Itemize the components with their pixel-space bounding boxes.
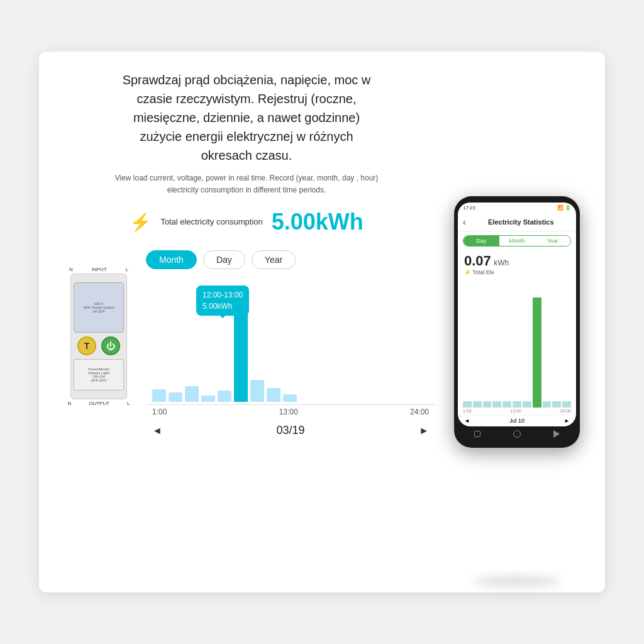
phone-value-area: 0.07 kWh ⚡ Total Ele bbox=[458, 250, 576, 278]
phone-bar-11 bbox=[562, 401, 571, 408]
phone-bar-3 bbox=[483, 401, 492, 408]
device-top-section: kW·hWiFi Smart Switch3A 30A bbox=[74, 282, 124, 333]
consumption-value: 5.00kWh bbox=[272, 209, 364, 235]
device-chart-area: N INPUT L kW·hWiFi Smart Switch3A 30A T … bbox=[58, 248, 435, 437]
phone-shadow bbox=[473, 577, 561, 586]
phone-kwh-unit: kWh bbox=[494, 258, 509, 267]
phone-nav: ◄ Jul 10 ► bbox=[458, 414, 576, 426]
x-label-2: 13:00 bbox=[279, 408, 298, 416]
bar-4 bbox=[201, 396, 215, 402]
phone-header: ‹ Electricity Statistics bbox=[458, 213, 576, 231]
tooltip-time: 12:00-13:00 bbox=[203, 289, 243, 301]
consumption-row: ⚡ Total electricity consumption 5.00kWh bbox=[130, 209, 364, 235]
phone-x-1: 1:00 bbox=[463, 409, 472, 413]
phone-outer: 17:23 📶 🔋 ‹ Electricity Statistics Day M… bbox=[454, 196, 580, 448]
bar-2 bbox=[169, 392, 182, 402]
phone-chart-area bbox=[458, 278, 576, 408]
bar-9 bbox=[283, 394, 297, 402]
tab-year[interactable]: Year bbox=[252, 250, 296, 269]
device-body: kW·hWiFi Smart Switch3A 30A T ⏻ Press/Mo… bbox=[70, 274, 127, 399]
phone-x-3: 24:00 bbox=[560, 409, 571, 413]
input-label: INPUT bbox=[92, 267, 107, 272]
left-panel: Sprawdzaj prąd obciążenia, napięcie, moc… bbox=[58, 70, 435, 574]
phone-status-bar: 17:23 📶 🔋 bbox=[458, 203, 576, 213]
english-subtitle: View load current, voltage, power in rea… bbox=[114, 172, 379, 196]
tooltip-value: 5.00kWh bbox=[203, 301, 243, 312]
bar-container bbox=[146, 279, 435, 402]
phone-time: 17:23 bbox=[463, 205, 475, 211]
phone-bar-1 bbox=[463, 401, 472, 408]
chart-area: Month Day Year 12:00-13:00 5.00kWh bbox=[146, 248, 435, 437]
x-label-1: 1:00 bbox=[152, 408, 167, 416]
bar-8 bbox=[267, 388, 280, 402]
bar-5 bbox=[218, 391, 231, 402]
phone-tab-month[interactable]: Month bbox=[499, 236, 535, 246]
tab-day[interactable]: Day bbox=[203, 250, 245, 269]
phone-status-icons: 📶 🔋 bbox=[557, 205, 571, 211]
phone-x-labels: 1:00 13:00 24:00 bbox=[458, 408, 576, 414]
date-label: 03/19 bbox=[276, 424, 304, 437]
phone-tab-year[interactable]: Year bbox=[535, 236, 570, 246]
phone-bar-highlight bbox=[533, 297, 541, 408]
input-l-label: L bbox=[126, 267, 128, 272]
device-btn-power: ⏻ bbox=[101, 336, 120, 355]
back-arrow-icon[interactable]: ‹ bbox=[463, 217, 466, 227]
phone-bar-6 bbox=[513, 401, 521, 408]
right-panel: 17:23 📶 🔋 ‹ Electricity Statistics Day M… bbox=[448, 70, 586, 574]
phone-bar-10 bbox=[552, 401, 561, 408]
device-bottom-text: Press/MonthAlways LightON·ONOFF·OFF bbox=[88, 367, 109, 382]
phone-next-arrow[interactable]: ► bbox=[564, 418, 570, 424]
phone-recent-btn[interactable] bbox=[553, 430, 560, 438]
output-label: OUTPUT bbox=[89, 401, 109, 406]
phone-back-btn[interactable] bbox=[513, 430, 521, 438]
phone-prev-arrow[interactable]: ◄ bbox=[464, 418, 470, 424]
phone-tab-day[interactable]: Day bbox=[464, 236, 499, 246]
device-image: N INPUT L kW·hWiFi Smart Switch3A 30A T … bbox=[58, 267, 140, 406]
phone-home-btn[interactable] bbox=[474, 431, 480, 437]
output-l-label: L bbox=[127, 401, 130, 406]
phone-tabs: Day Month Year bbox=[463, 235, 571, 247]
phone-bar-7 bbox=[523, 401, 531, 408]
device-btn-t: T bbox=[77, 336, 96, 355]
chart-nav: ◄ 03/19 ► bbox=[146, 424, 435, 437]
phone-bottom-bar bbox=[458, 426, 576, 441]
device-bottom-section: Press/MonthAlways LightON·ONOFF·OFF bbox=[74, 359, 124, 391]
chart-tooltip: 12:00-13:00 5.00kWh bbox=[196, 286, 249, 316]
phone-bar-2 bbox=[473, 401, 482, 408]
consumption-label: Total electricity consumption bbox=[160, 216, 263, 228]
main-container: Sprawdzaj prąd obciążenia, napięcie, moc… bbox=[39, 52, 605, 592]
phone-date: Jul 10 bbox=[509, 418, 525, 424]
device-buttons-row: T ⏻ bbox=[77, 336, 120, 355]
output-n-label: N bbox=[67, 401, 71, 406]
phone-bar-5 bbox=[502, 401, 511, 408]
phone-x-2: 13:00 bbox=[510, 409, 521, 413]
chart-wrapper: 12:00-13:00 5.00kWh bbox=[146, 279, 435, 405]
phone-bar-4 bbox=[492, 401, 501, 408]
chart-x-labels: 1:00 13:00 24:00 bbox=[146, 405, 435, 416]
input-n-label: N bbox=[69, 267, 73, 272]
phone-screen: 17:23 📶 🔋 ‹ Electricity Statistics Day M… bbox=[458, 203, 576, 426]
device-info-text: kW·hWiFi Smart Switch3A 30A bbox=[83, 302, 114, 313]
polish-title: Sprawdzaj prąd obciążenia, napięcie, moc… bbox=[114, 70, 379, 165]
phone-total-label: ⚡ Total Ele bbox=[464, 269, 570, 275]
next-arrow[interactable]: ► bbox=[419, 425, 429, 436]
bar-7 bbox=[250, 380, 264, 402]
prev-arrow[interactable]: ◄ bbox=[152, 425, 162, 436]
phone-bar-9 bbox=[543, 401, 552, 408]
phone-bar-container bbox=[463, 278, 571, 408]
chart-tabs: Month Day Year bbox=[146, 250, 435, 269]
bar-3 bbox=[185, 386, 199, 402]
x-label-3: 24:00 bbox=[410, 408, 429, 416]
phone-screen-title: Electricity Statistics bbox=[471, 218, 571, 226]
phone-kwh-value: 0.07 bbox=[464, 253, 491, 269]
bar-highlighted bbox=[234, 301, 248, 402]
tab-month[interactable]: Month bbox=[146, 250, 197, 269]
bar-1 bbox=[152, 389, 166, 402]
bolt-icon: ⚡ bbox=[130, 212, 152, 233]
